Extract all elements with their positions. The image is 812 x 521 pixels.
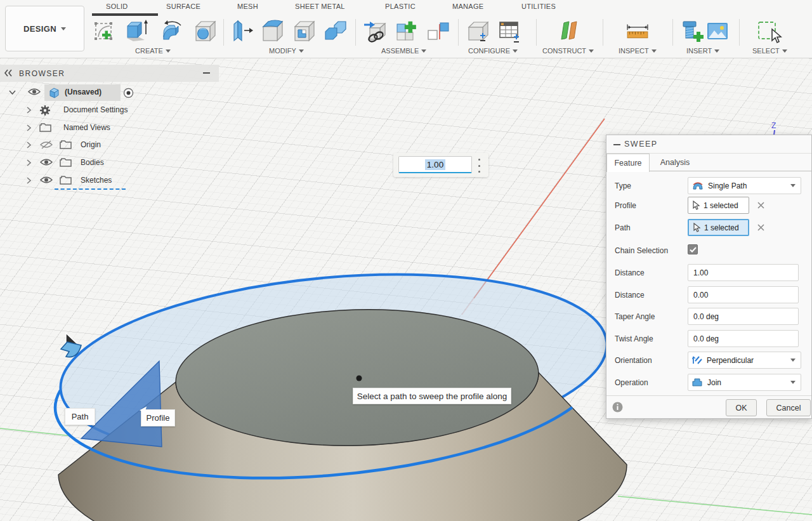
tab-utilities[interactable]: UTILITIES bbox=[521, 3, 556, 10]
caret-down-icon bbox=[589, 49, 594, 53]
browser-row-bodies[interactable]: Bodies bbox=[0, 154, 219, 172]
joint-icon[interactable] bbox=[424, 17, 453, 46]
type-dropdown[interactable]: Single Path bbox=[688, 177, 801, 194]
group-inspect[interactable]: INSPECT bbox=[619, 47, 657, 55]
activate-radio-icon[interactable] bbox=[123, 88, 134, 98]
tab-analysis[interactable]: Analysis bbox=[650, 154, 700, 171]
group-insert[interactable]: INSERT bbox=[686, 47, 719, 55]
clear-path-icon[interactable] bbox=[756, 223, 766, 232]
twist-angle-field[interactable] bbox=[688, 330, 799, 347]
twist-angle-input[interactable] bbox=[693, 334, 789, 343]
ok-button[interactable]: OK bbox=[726, 399, 757, 416]
group-create[interactable]: CREATE bbox=[135, 47, 171, 55]
toolbar-separator bbox=[458, 19, 459, 46]
browser-row-root[interactable]: (Unsaved) bbox=[0, 84, 219, 102]
row-path: Path 1 selected bbox=[606, 219, 811, 237]
caret-down-icon bbox=[166, 49, 171, 53]
dimension-value[interactable]: 1.00 bbox=[425, 159, 445, 170]
z-axis-label: Z bbox=[771, 121, 776, 130]
extrude-icon[interactable] bbox=[122, 17, 152, 46]
path-tag: Path bbox=[65, 408, 95, 425]
sweep-dialog-header[interactable]: SWEEP bbox=[606, 135, 811, 154]
collapse-dialog-icon[interactable] bbox=[613, 144, 620, 145]
collapse-panel-icon[interactable] bbox=[4, 69, 13, 77]
group-configure[interactable]: CONFIGURE bbox=[468, 47, 518, 55]
caret-down-icon bbox=[790, 359, 796, 362]
path-select-button[interactable]: 1 selected bbox=[688, 219, 749, 236]
browser-row-origin[interactable]: Origin bbox=[0, 136, 219, 154]
dimension-options-icon[interactable] bbox=[475, 159, 483, 173]
construct-plane-icon[interactable] bbox=[554, 17, 584, 46]
browser-row-document-settings[interactable]: Document Settings bbox=[0, 102, 219, 119]
select-tool-icon[interactable] bbox=[755, 17, 784, 46]
distance-1-field[interactable] bbox=[688, 264, 799, 281]
caret-down-icon bbox=[790, 184, 796, 187]
tab-mesh[interactable]: MESH bbox=[237, 3, 258, 10]
chevron-right-icon[interactable] bbox=[25, 107, 32, 114]
caret-down-icon bbox=[790, 381, 796, 384]
document-name[interactable]: (Unsaved) bbox=[65, 88, 102, 96]
tab-feature[interactable]: Feature bbox=[606, 154, 650, 172]
create-sketch-icon[interactable] bbox=[91, 17, 120, 46]
cancel-button[interactable]: Cancel bbox=[766, 399, 811, 416]
eye-icon[interactable] bbox=[40, 157, 53, 167]
chain-selection-checkbox[interactable] bbox=[688, 244, 698, 254]
chevron-right-icon[interactable] bbox=[25, 177, 32, 184]
measure-icon[interactable] bbox=[623, 17, 652, 46]
clear-profile-icon[interactable] bbox=[756, 201, 766, 210]
tab-solid[interactable]: SOLID bbox=[106, 3, 128, 10]
chevron-right-icon[interactable] bbox=[25, 124, 32, 131]
insert-canvas-icon[interactable] bbox=[703, 17, 732, 46]
dimension-input[interactable]: 1.00 bbox=[398, 156, 472, 173]
row-chain-selection: Chain Selection bbox=[606, 242, 811, 260]
distance-2-input[interactable] bbox=[693, 291, 789, 300]
configuration-table-icon[interactable] bbox=[495, 17, 525, 46]
new-component-icon[interactable] bbox=[392, 17, 421, 46]
group-select[interactable]: SELECT bbox=[752, 47, 787, 55]
distance-1-input[interactable] bbox=[693, 268, 789, 277]
browser-row-sketches[interactable]: Sketches bbox=[0, 172, 219, 190]
tab-plastic[interactable]: PLASTIC bbox=[385, 3, 416, 10]
group-modify[interactable]: MODIFY bbox=[269, 47, 304, 55]
toolbar-separator bbox=[355, 19, 356, 46]
dialog-footer: OK Cancel bbox=[606, 395, 811, 418]
distance-2-field[interactable] bbox=[688, 286, 799, 303]
combine-icon[interactable] bbox=[321, 17, 350, 46]
press-pull-icon[interactable] bbox=[228, 17, 258, 46]
active-tab-indicator bbox=[92, 13, 158, 16]
status-tooltip: Select a path to sweep the profile along bbox=[353, 388, 511, 404]
toolbar-separator bbox=[739, 19, 740, 46]
dialog-title: SWEEP bbox=[624, 140, 658, 148]
operation-dropdown[interactable]: Join bbox=[688, 374, 801, 391]
orientation-dropdown[interactable]: Perpendicular bbox=[688, 352, 801, 369]
dimension-input-popup: 1.00 bbox=[393, 153, 488, 177]
minimize-panel-icon[interactable] bbox=[203, 72, 210, 74]
tab-manage[interactable]: MANAGE bbox=[452, 3, 483, 10]
taper-angle-input[interactable] bbox=[693, 312, 789, 321]
insert-derive-icon[interactable] bbox=[362, 17, 391, 46]
tab-surface[interactable]: SURFACE bbox=[166, 3, 200, 10]
sketch-center-point[interactable] bbox=[357, 376, 362, 381]
info-icon[interactable] bbox=[612, 402, 623, 412]
group-assemble[interactable]: ASSEMBLE bbox=[381, 47, 426, 55]
profile-select-button[interactable]: 1 selected bbox=[688, 197, 749, 214]
chevron-right-icon[interactable] bbox=[25, 159, 32, 166]
revolve-icon[interactable] bbox=[159, 17, 188, 46]
configuration-icon[interactable] bbox=[464, 17, 493, 46]
browser-row-named-views[interactable]: Named Views bbox=[0, 119, 219, 137]
hole-icon[interactable] bbox=[190, 17, 219, 46]
taper-angle-field[interactable] bbox=[688, 308, 799, 325]
row-operation: Operation Join bbox=[606, 374, 811, 392]
group-construct[interactable]: CONSTRUCT bbox=[542, 47, 594, 55]
profile-tag: Profile bbox=[141, 409, 175, 426]
eye-icon[interactable] bbox=[28, 87, 41, 96]
eye-off-icon[interactable] bbox=[40, 140, 53, 150]
design-workspace-button[interactable]: DESIGN bbox=[5, 6, 84, 51]
tab-sheet-metal[interactable]: SHEET METAL bbox=[295, 3, 345, 10]
shell-icon[interactable] bbox=[291, 17, 320, 46]
dialog-tabs: Feature Analysis bbox=[606, 154, 811, 171]
eye-icon[interactable] bbox=[40, 175, 53, 185]
fillet-icon[interactable] bbox=[259, 17, 288, 46]
chevron-right-icon[interactable] bbox=[25, 142, 32, 148]
chevron-down-icon[interactable] bbox=[9, 89, 16, 96]
